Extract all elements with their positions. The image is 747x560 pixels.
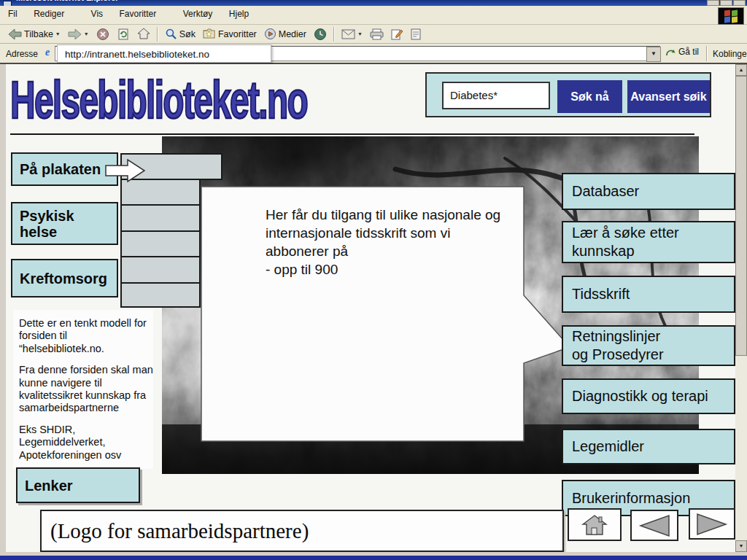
refresh-icon — [117, 28, 130, 41]
print-icon — [370, 28, 384, 40]
scroll-up-button[interactable]: ▲ — [735, 64, 747, 76]
nav-tidsskrift[interactable]: Tidsskrift — [562, 276, 735, 313]
links-label[interactable]: Koblinger — [713, 49, 747, 59]
nav-databaser[interactable]: Databaser — [562, 173, 735, 210]
search-icon — [165, 28, 177, 40]
pointer-arrow-icon — [105, 159, 146, 182]
address-dropdown-button[interactable]: ▼ — [646, 47, 661, 62]
nav-kreftomsorg[interactable]: Kreftomsorg — [11, 259, 118, 298]
submenu-row[interactable] — [120, 256, 201, 284]
back-button[interactable]: Tilbake▼ — [4, 27, 64, 42]
nav-diagnostikk[interactable]: Diagnostikk og terapi — [562, 378, 735, 414]
site-logo: Helsebiblioteket.no — [10, 69, 307, 130]
menu-bar: Fil Rediger Vis Favoritter Verktøy Hjelp — [0, 6, 747, 25]
nav-lenker[interactable]: Lenker — [16, 467, 140, 503]
stop-icon — [96, 28, 109, 41]
edit-icon — [391, 28, 403, 40]
note-block: Dette er en tenkt modell for forsiden ti… — [13, 310, 153, 469]
page-content: Helsebiblioteket.no — [6, 64, 735, 552]
forward-arrow-icon — [68, 28, 82, 40]
refresh-button[interactable] — [113, 26, 133, 42]
callout-text: Her får du tilgang til ulike nasjonale o… — [266, 206, 511, 279]
address-url-input[interactable]: http://intranett.helsebiblioteket.no — [57, 44, 271, 63]
note-paragraph: Dette er en tenkt modell for forsiden ti… — [19, 317, 153, 355]
left-arrow-icon — [638, 514, 670, 537]
next-slide-button[interactable] — [689, 508, 735, 540]
home-icon — [137, 28, 150, 40]
history-button[interactable] — [310, 26, 330, 42]
go-arrow-icon — [665, 47, 676, 57]
nav-psykisk-helse[interactable]: Psykisk helse — [11, 202, 118, 245]
partner-logo-placeholder: (Logo for samarbeidspartnere) — [40, 510, 564, 552]
search-panel: Diabetes* Søk nå Avansert søik — [425, 72, 711, 117]
submenu-row[interactable] — [120, 179, 201, 206]
scroll-down-button[interactable]: ▼ — [735, 540, 747, 552]
vertical-scrollbar[interactable]: ▲ ▼ — [735, 64, 747, 552]
stop-button[interactable] — [93, 26, 113, 42]
home-button[interactable] — [133, 26, 154, 42]
minimize-button[interactable] — [707, 0, 719, 6]
nav-laer-a-soke[interactable]: Lær å søke etter kunnskap — [562, 221, 735, 263]
right-arrow-icon — [696, 513, 728, 536]
header-rule — [10, 133, 694, 135]
forward-button[interactable]: ▼ — [64, 27, 93, 42]
menu-favoritter[interactable]: Favoritter — [113, 6, 163, 19]
mail-button[interactable]: ▼ — [338, 28, 366, 41]
discuss-button[interactable] — [407, 27, 425, 42]
title-bar: Microsoft Internet Explorer — [0, 0, 747, 6]
standard-toolbar: Tilbake▼ ▼ Søk Favoritter Medier — [0, 25, 747, 44]
media-icon — [264, 28, 276, 40]
submenu-row[interactable] — [120, 282, 201, 308]
menu-vis[interactable]: Vis — [85, 6, 109, 19]
note-paragraph: Fra denne forsiden skal man kunne navige… — [19, 364, 153, 415]
favorites-icon — [203, 28, 216, 39]
ie-page-icon: e — [42, 47, 53, 59]
menu-verktoy[interactable]: Verktøy — [177, 6, 220, 19]
home-slide-button[interactable] — [568, 508, 622, 541]
taskbar-strip — [0, 556, 747, 560]
search-query-input[interactable]: Diabetes* — [442, 82, 550, 109]
go-button[interactable]: Gå til — [665, 47, 699, 57]
menu-rediger[interactable]: Rediger — [27, 6, 71, 19]
toolbar-divider — [706, 46, 708, 61]
favorites-button[interactable]: Favoritter — [199, 27, 260, 41]
submenu-row[interactable] — [120, 230, 201, 257]
media-button[interactable]: Medier — [260, 26, 310, 42]
nav-pa-plakaten[interactable]: På plakaten — [11, 152, 118, 186]
search-toolbar-button[interactable]: Søk — [161, 26, 199, 42]
edit-button[interactable] — [387, 27, 407, 42]
submenu-row[interactable] — [120, 204, 201, 232]
nav-retningslinjer[interactable]: Retningslinjer og Prosedyrer — [562, 325, 735, 366]
menu-hjelp[interactable]: Hjelp — [222, 6, 255, 19]
discuss-icon — [411, 28, 422, 40]
history-icon — [314, 28, 327, 41]
maximize-button[interactable] — [720, 0, 732, 6]
browser-window: Microsoft Internet Explorer Fil Rediger … — [0, 0, 747, 560]
windows-logo-icon — [718, 7, 744, 25]
nav-legemidler[interactable]: Legemidler — [562, 429, 735, 464]
window-border — [0, 64, 6, 560]
close-button[interactable] — [733, 0, 746, 6]
window-icon — [3, 1, 12, 6]
address-label: Adresse — [6, 49, 38, 59]
home-icon — [581, 514, 608, 536]
address-bar: Adresse e http://intranett.helsebibliote… — [0, 44, 747, 64]
back-arrow-icon — [8, 28, 22, 40]
scrollbar-thumb[interactable] — [735, 76, 747, 356]
advanced-search-button[interactable]: Avansert søik — [627, 80, 710, 113]
print-button[interactable] — [366, 27, 387, 42]
menu-fil[interactable]: Fil — [1, 6, 24, 19]
window-title: Microsoft Internet Explorer — [16, 0, 119, 2]
note-paragraph: Eks SHDIR, Legemiddelverket, Apotekforen… — [19, 424, 153, 462]
search-now-button[interactable]: Søk nå — [557, 80, 622, 113]
previous-slide-button[interactable] — [630, 510, 678, 541]
mail-icon — [341, 29, 355, 39]
